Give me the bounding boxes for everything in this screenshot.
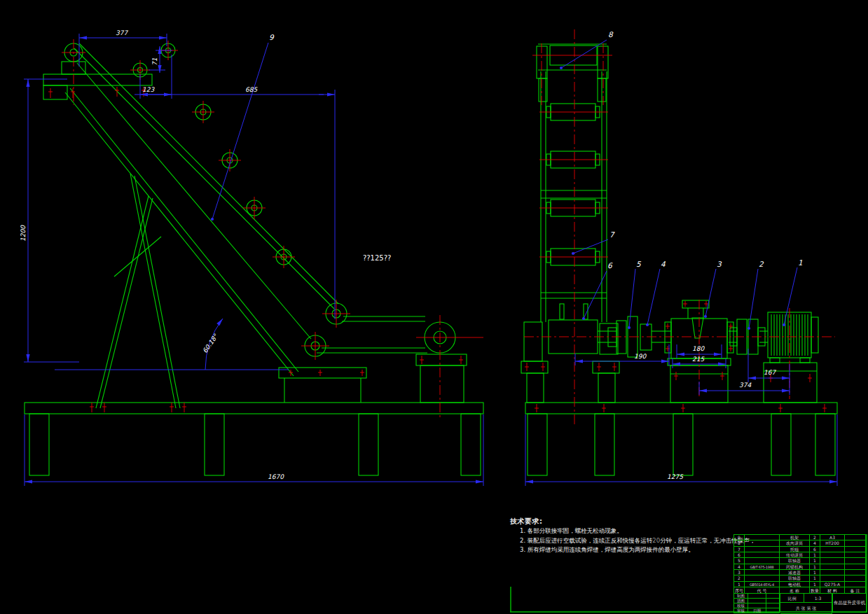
part-qty: 1 [810,564,820,570]
dim-215: 215 [692,356,705,363]
part-remark [845,564,866,570]
part-qty: 1 [810,575,820,581]
dim-190: 190 [634,353,647,360]
part-remark [845,570,866,575]
callout-4: 4 [661,260,666,268]
part-material: A3 [820,535,845,540]
dim-1200: 1200 [20,225,27,242]
part-callout-labels: 9 8 7 6 5 4 3 2 1 [269,30,803,270]
belt-width-label: ??125?? [363,254,391,262]
parts-list: 9 机架 2 A3 8 改向滚筒 4 HT200 7 托辊 6 6 传动滚筒 1… [733,534,866,587]
tech-req-line-2-pre: 2. 装配后应进行空载试验，连续正反和快慢各运转 [520,537,652,544]
part-name: 托辊 [780,547,810,552]
part-remark [845,575,866,581]
part-name: 改向滚筒 [780,540,810,546]
scale-block: 比例 1:3 共 张 第 张 [780,593,832,612]
part-no: 8 [734,540,745,546]
part-code: GB/T 675-1988 [745,564,780,570]
tech-req-line-3: 3. 所有焊缝均采用连续角焊缝，焊缝高度为两焊接件的最小壁厚。 [520,545,741,555]
part-remark [845,558,866,564]
part-remark [845,535,866,540]
cad-sheet: { "left_view": { "callout_9": "9", "dim_… [0,0,868,614]
part-no: 7 [734,547,745,552]
part-name: 联轴器 [780,558,810,564]
tech-req-line-2-num: 20 [652,537,660,544]
sign-value [748,603,766,608]
callout-8: 8 [608,30,614,39]
sign-value [748,594,766,599]
sign-extra [766,603,780,608]
part-no: 5 [734,558,745,564]
part-no: 4 [734,564,745,570]
part-name: 联轴器 [780,575,810,581]
part-no: 3 [734,570,745,575]
callout-1: 1 [798,258,803,267]
part-code [745,535,780,540]
part-material [820,564,845,570]
left-view-geometry [25,43,483,475]
part-name: 减速器 [780,570,810,575]
sign-label: 描图 [734,599,748,603]
part-qty: 4 [810,540,820,546]
right-view-geometry [521,44,837,475]
sign-extra [766,608,780,613]
part-code [745,570,780,575]
dim-1670: 1670 [268,473,284,480]
part-name: 传动滚筒 [780,552,810,558]
sign-label: 校核 [734,603,748,608]
callout-5: 5 [636,260,642,268]
callout-7: 7 [609,230,615,239]
dimension-lines [24,34,837,486]
dim-71: 71 [151,57,158,66]
part-remark [845,552,866,558]
sign-value [748,599,766,603]
sign-label: 制图 [734,594,748,599]
sign-label: 审核 [734,608,748,613]
dim-167: 167 [764,369,776,376]
part-code [745,547,780,552]
date-label: 日期 [748,608,766,613]
part-code [745,575,780,581]
drawing-title: 食品提升皮带机 [832,593,867,613]
part-material [820,575,845,581]
scale-label: 比例 [780,594,804,603]
part-no: 6 [734,552,745,558]
part-material [820,570,845,575]
sheet-note: 共 张 第 张 [780,603,832,614]
sign-extra [766,599,780,603]
dim-377: 377 [116,29,128,36]
part-code [745,558,780,564]
dim-374: 374 [739,382,751,389]
part-qty: 1 [810,558,820,564]
dim-123: 123 [142,86,155,93]
callout-9: 9 [269,33,275,41]
signature-block: 制图 描图 校核 审核 日期 [733,593,780,613]
dimension-labels: 377 71 123 685 1200 1670 60.18° ??125?? … [20,29,776,480]
dim-1275: 1275 [667,473,684,480]
callout-2: 2 [759,260,764,268]
part-remark [845,540,866,546]
dim-685: 685 [245,86,258,93]
dim-angle: 60.18° [201,332,219,354]
part-qty: 1 [810,570,820,575]
sign-extra [766,594,780,599]
part-material [820,552,845,558]
part-remark [845,547,866,552]
part-material [820,558,845,564]
tech-req-line-2: 2. 装配后应进行空载试验，连续正反和快慢各运转20分钟，应运转正常，无冲击性噪… [520,536,741,546]
dim-180: 180 [692,345,705,352]
tech-req-line-1: 1. 各部分联接牢固，螺栓无松动现象。 [520,526,741,536]
part-name: 闭锁机构 [780,564,810,570]
tech-req-title: 技术要求: [510,517,741,526]
part-material: HT200 [820,540,845,546]
technical-requirements: 技术要求: 1. 各部分联接牢固，螺栓无松动现象。 2. 装配后应进行空载试验，… [510,517,741,555]
part-qty: 1 [810,552,820,558]
part-qty: 6 [810,547,820,552]
part-no: 9 [734,535,745,540]
part-qty: 2 [810,535,820,540]
part-name: 机架 [780,535,810,540]
callout-3: 3 [717,260,722,268]
part-material [820,547,845,552]
part-no: 2 [734,575,745,581]
part-code [745,552,780,558]
